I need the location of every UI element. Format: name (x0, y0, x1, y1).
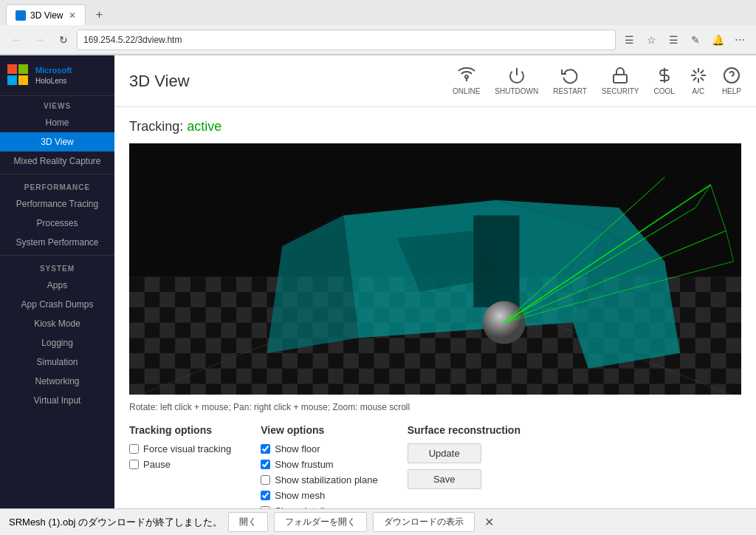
shutdown-icon (508, 67, 526, 84)
online-icon (458, 67, 475, 84)
active-tab[interactable]: 3D View ✕ (6, 4, 86, 25)
security-label: SECURITY (602, 87, 639, 95)
navigation-bar: ← → ↻ ☰ ☆ ☰ ✎ 🔔 ⋯ (0, 25, 756, 55)
3d-view-canvas[interactable] (129, 143, 741, 395)
sidebar-item-apps[interactable]: Apps (0, 276, 114, 295)
sidebar-item-networking[interactable]: Networking (0, 372, 114, 391)
app-layout: Microsoft HoloLens VIEWS Home 3D View Mi… (0, 55, 756, 509)
online-label: ONLINE (453, 87, 480, 95)
svg-rect-1 (18, 64, 28, 74)
show-mesh-label: Show mesh (275, 490, 325, 501)
update-button[interactable]: Update (408, 443, 481, 463)
view-options-group: View options Show floor Show frustum Sho… (261, 424, 377, 509)
svg-rect-7 (614, 75, 627, 83)
restart-label: RESTART (553, 87, 587, 95)
notifications-icon[interactable]: 🔔 (707, 30, 728, 50)
download-message: SRMesh (1).obj のダウンロードが終了しました。 (9, 516, 222, 529)
microsoft-logo (7, 64, 30, 86)
pause-row[interactable]: Pause (129, 459, 231, 470)
sidebar-item-simulation[interactable]: Simulation (0, 352, 114, 372)
ac-icon (690, 67, 707, 84)
sidebar-separator-2 (0, 255, 114, 256)
notes-icon[interactable]: ✎ (685, 30, 706, 50)
sidebar-item-mixed-reality[interactable]: Mixed Reality Capture (0, 151, 114, 171)
sidebar-item-kiosk-mode[interactable]: Kiosk Mode (0, 314, 114, 333)
show-frustum-label: Show frustum (275, 459, 333, 470)
download-bar: SRMesh (1).obj のダウンロードが終了しました。 開く フォルダーを… (0, 508, 756, 535)
show-mesh-checkbox[interactable] (261, 491, 270, 500)
open-folder-button[interactable]: フォルダーを開く (274, 512, 367, 532)
refresh-button[interactable]: ↻ (53, 30, 74, 50)
surface-reconstruction-group: Surface reconstruction Update Save (408, 424, 520, 509)
view-instructions: Rotate: left click + mouse; Pan: right c… (129, 402, 741, 412)
show-frustum-row[interactable]: Show frustum (261, 459, 377, 470)
svg-rect-0 (7, 64, 17, 74)
help-icon (723, 67, 740, 84)
browser-chrome: 3D View ✕ + ← → ↻ ☰ ☆ ☰ ✎ 🔔 ⋯ (0, 0, 756, 55)
svg-rect-24 (473, 215, 519, 307)
tracking-status: Tracking: active (129, 119, 741, 134)
logo-text: Microsoft HoloLens (35, 65, 72, 85)
surface-reconstruction-title: Surface reconstruction (408, 424, 520, 436)
show-mesh-row[interactable]: Show mesh (261, 490, 377, 501)
sidebar: Microsoft HoloLens VIEWS Home 3D View Mi… (0, 55, 114, 509)
reading-view-icon[interactable]: ☰ (619, 30, 639, 50)
sidebar-logo: Microsoft HoloLens (0, 55, 114, 96)
force-visual-tracking-label: Force visual tracking (143, 443, 231, 454)
download-close-button[interactable]: ✕ (481, 514, 498, 531)
restart-button[interactable]: RESTART (553, 67, 587, 95)
tab-favicon (16, 10, 26, 21)
show-downloads-button[interactable]: ダウンロードの表示 (373, 512, 475, 532)
options-section: Tracking options Force visual tracking P… (129, 424, 741, 509)
product-name: HoloLens (35, 76, 72, 86)
forward-button[interactable]: → (30, 30, 50, 50)
help-button[interactable]: HELP (722, 67, 741, 95)
view-options-title: View options (261, 424, 377, 436)
show-floor-checkbox[interactable] (261, 444, 270, 454)
pause-label: Pause (143, 459, 171, 470)
content-area: Tracking: active (114, 107, 756, 509)
online-button[interactable]: ONLINE (453, 67, 480, 95)
sidebar-item-system-performance[interactable]: System Performance (0, 233, 114, 252)
sidebar-item-home[interactable]: Home (0, 113, 114, 132)
new-tab-button[interactable]: + (89, 4, 109, 25)
address-bar[interactable] (77, 30, 616, 50)
system-section-label: SYSTEM (0, 259, 114, 276)
sidebar-item-processes[interactable]: Processes (0, 214, 114, 233)
3d-scene-svg (129, 143, 741, 395)
cool-label: COOL (654, 87, 675, 95)
sidebar-item-virtual-input[interactable]: Virtual Input (0, 391, 114, 410)
security-button[interactable]: SECURITY (602, 67, 639, 95)
sidebar-item-3dview[interactable]: 3D View (0, 132, 114, 151)
save-button[interactable]: Save (408, 469, 481, 489)
sidebar-item-performance-tracing[interactable]: Performance Tracing (0, 194, 114, 214)
show-frustum-checkbox[interactable] (261, 460, 270, 469)
show-stab-row[interactable]: Show stabilization plane (261, 474, 377, 485)
back-button[interactable]: ← (6, 30, 27, 50)
sidebar-separator-1 (0, 174, 114, 174)
cool-button[interactable]: COOL (654, 67, 675, 95)
top-toolbar: 3D View ONLINE SHUTDOWN (114, 55, 756, 107)
open-download-button[interactable]: 開く (228, 512, 268, 532)
hub-icon[interactable]: ☰ (663, 30, 684, 50)
sidebar-item-logging[interactable]: Logging (0, 333, 114, 352)
sidebar-item-app-crash-dumps[interactable]: App Crash Dumps (0, 295, 114, 314)
brand-name: Microsoft (35, 65, 72, 75)
force-visual-tracking-checkbox[interactable] (129, 444, 139, 454)
more-icon[interactable]: ⋯ (729, 30, 750, 50)
shutdown-button[interactable]: SHUTDOWN (495, 67, 538, 95)
ac-button[interactable]: A/C (690, 67, 707, 95)
help-label: HELP (722, 87, 741, 95)
force-visual-tracking-row[interactable]: Force visual tracking (129, 443, 231, 454)
tracking-active-label: active (187, 119, 221, 134)
favorites-icon[interactable]: ☆ (641, 30, 662, 50)
performance-section-label: PERFORMANCE (0, 177, 114, 194)
pause-checkbox[interactable] (129, 460, 139, 469)
tracking-options-group: Tracking options Force visual tracking P… (129, 424, 231, 509)
security-icon (611, 67, 629, 84)
shutdown-label: SHUTDOWN (495, 87, 538, 95)
show-stab-checkbox[interactable] (261, 475, 270, 485)
show-floor-row[interactable]: Show floor (261, 443, 377, 454)
tab-close-button[interactable]: ✕ (69, 10, 76, 21)
svg-point-4 (465, 75, 468, 78)
